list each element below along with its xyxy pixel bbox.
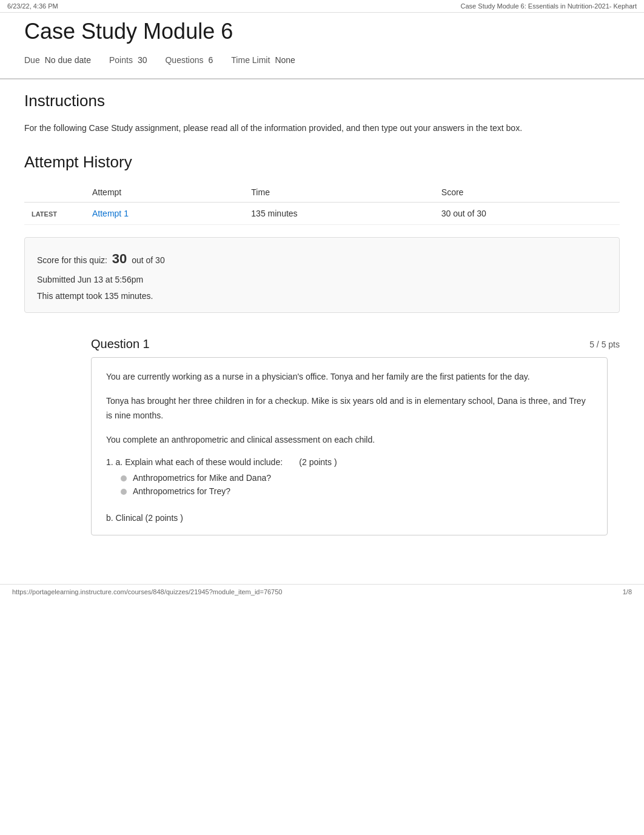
question-context-3: You complete an anthropometric and clini… xyxy=(106,433,592,448)
attempt-history-title: Attempt History xyxy=(24,153,620,174)
instructions-section: Instructions For the following Case Stud… xyxy=(24,92,620,135)
bullet-item-1: Anthropometrics for Mike and Dana? xyxy=(121,473,592,483)
footer-bar: https://portagelearning.instructure.com/… xyxy=(0,584,644,599)
question-context-1: You are currently working as a nurse in … xyxy=(106,370,592,384)
col-header-score: Score xyxy=(434,183,620,203)
instructions-title: Instructions xyxy=(24,92,620,113)
footer-page: 1/8 xyxy=(623,588,632,595)
browser-datetime: 6/23/22, 4:36 PM xyxy=(7,2,58,10)
instructions-body: For the following Case Study assignment,… xyxy=(24,121,620,135)
points-label: Points xyxy=(109,55,133,65)
page-header: Case Study Module 6 Due No due date Poin… xyxy=(0,13,644,79)
score-number: 30 xyxy=(112,251,127,266)
question-header: Question 1 5 / 5 pts xyxy=(24,331,620,357)
meta-row: Due No due date Points 30 Questions 6 Ti… xyxy=(24,50,620,70)
bullet-text-1: Anthropometrics for Mike and Dana? xyxy=(133,473,271,483)
attempt-table: Attempt Time Score LATEST Attempt 1 135 … xyxy=(24,183,620,225)
score-line: Score for this quiz: 30 out of 30 xyxy=(37,246,607,272)
part-a-intro: 1. a. Explain what each of these would i… xyxy=(106,457,283,467)
due-item: Due No due date xyxy=(24,55,91,65)
browser-page-title: Case Study Module 6: Essentials in Nutri… xyxy=(461,2,637,10)
bullet-text-2: Anthropometrics for Trey? xyxy=(133,486,230,496)
attempt-link-cell[interactable]: Attempt 1 xyxy=(85,203,244,225)
question-1-section: Question 1 5 / 5 pts You are currently w… xyxy=(24,331,620,535)
sub-question-bullets: Anthropometrics for Mike and Dana? Anthr… xyxy=(115,473,592,496)
attempt-time-text: This attempt took 135 minutes. xyxy=(37,288,607,304)
attempt-history-section: Attempt History Attempt Time Score LATES… xyxy=(24,153,620,225)
attempt-score: 30 out of 30 xyxy=(434,203,620,225)
browser-bar: 6/23/22, 4:36 PM Case Study Module 6: Es… xyxy=(0,0,644,13)
submitted-text: Submitted Jun 13 at 5:56pm xyxy=(37,272,607,288)
part-a-points: (2 points ) xyxy=(299,457,337,467)
score-out-of: out of 30 xyxy=(132,255,165,265)
bullet-item-2: Anthropometrics for Trey? xyxy=(121,486,592,496)
part-b-text: b. Clinical (2 points ) xyxy=(106,513,183,523)
col-header-attempt: Attempt xyxy=(85,183,244,203)
attempt-link[interactable]: Attempt 1 xyxy=(92,209,129,218)
question-points: 5 / 5 pts xyxy=(589,340,620,349)
question-part-a: 1. a. Explain what each of these would i… xyxy=(106,457,592,467)
question-title: Question 1 xyxy=(91,337,150,351)
time-limit-value: None xyxy=(275,55,295,65)
questions-label: Questions xyxy=(165,55,203,65)
table-row: LATEST Attempt 1 135 minutes 30 out of 3… xyxy=(24,203,620,225)
main-content: Instructions For the following Case Stud… xyxy=(0,79,644,560)
points-value: 30 xyxy=(138,55,147,65)
score-summary: Score for this quiz: 30 out of 30 Submit… xyxy=(24,237,620,313)
question-part-b: b. Clinical (2 points ) xyxy=(106,513,592,523)
score-label: Score for this quiz: xyxy=(37,255,107,265)
time-limit-label: Time Limit xyxy=(231,55,270,65)
latest-label: LATEST xyxy=(24,203,85,225)
footer-url: https://portagelearning.instructure.com/… xyxy=(12,588,282,595)
question-box: You are currently working as a nurse in … xyxy=(91,357,608,535)
col-header-time: Time xyxy=(244,183,434,203)
points-item: Points 30 xyxy=(109,55,147,65)
question-context-2: Tonya has brought her three children in … xyxy=(106,394,592,423)
questions-value: 6 xyxy=(209,55,213,65)
time-limit-item: Time Limit None xyxy=(231,55,295,65)
col-header-empty xyxy=(24,183,85,203)
bullet-dot-1 xyxy=(121,475,127,481)
due-label: Due xyxy=(24,55,40,65)
bullet-dot-2 xyxy=(121,489,127,495)
questions-item: Questions 6 xyxy=(165,55,213,65)
due-value: No due date xyxy=(45,55,91,65)
page-title: Case Study Module 6 xyxy=(24,19,620,44)
attempt-time: 135 minutes xyxy=(244,203,434,225)
